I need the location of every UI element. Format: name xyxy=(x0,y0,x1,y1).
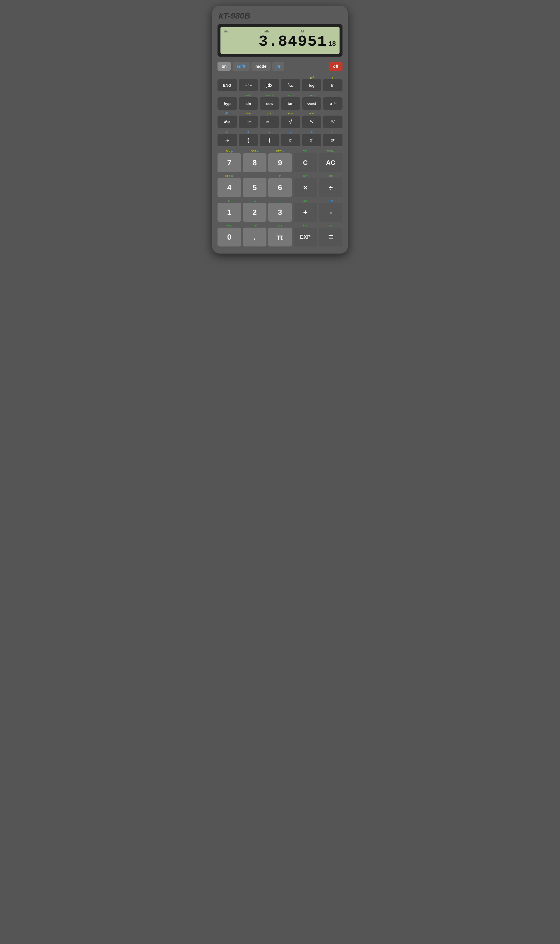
key-cell-openparen: B ( xyxy=(239,130,258,146)
num-cell-9: DEC μ 9 xyxy=(268,149,292,172)
key-cell-ddx: d/dx xyxy=(281,75,300,91)
label-ddx-top xyxy=(281,75,300,79)
log-button[interactable]: log xyxy=(302,79,322,91)
closeparen-button[interactable]: ) xyxy=(260,134,279,146)
label-closeparen-top: C xyxy=(260,130,279,134)
xsq-button[interactable]: x² xyxy=(281,134,300,146)
tom-button[interactable]: →m xyxy=(239,115,258,128)
mode-button[interactable]: mode xyxy=(251,62,271,71)
key-cell-closeparen: C ) xyxy=(260,130,279,146)
num-cell-6: k 6 xyxy=(268,174,292,197)
integral-button[interactable]: ∫dx xyxy=(260,79,279,91)
xy-button[interactable]: xʸ xyxy=(323,134,343,146)
on-button[interactable]: on xyxy=(217,62,231,71)
dms-button[interactable]: ○ ° » xyxy=(239,79,258,91)
xcb-button[interactable]: x³ xyxy=(302,134,322,146)
const-button[interactable]: const xyxy=(302,97,322,110)
key-equals[interactable]: = xyxy=(319,228,343,246)
numpad-row-4: deg 0 rad . gra π trnc EXP % = xyxy=(217,223,343,246)
key-times[interactable]: × xyxy=(294,178,317,197)
key-2[interactable]: 2 xyxy=(243,203,266,222)
key-dot[interactable]: . xyxy=(243,228,266,246)
num-cell-divide: nCr ÷ xyxy=(319,174,343,197)
num-cell-plus: Σm + xyxy=(294,199,317,222)
indicator-math: math xyxy=(262,29,269,33)
label-dms-top: ← xyxy=(239,75,258,79)
key-cell-abc: d/c aᵇ/c xyxy=(217,111,237,128)
function-rows: ← ENG ← ○ ° » ∫dx d/dx 10x log ex ln xyxy=(217,75,343,146)
num-cell-minus: Πm - xyxy=(319,199,343,222)
abc-button[interactable]: aᵇ/c xyxy=(217,115,237,128)
display-screen: deg math M 3.84951 18 xyxy=(220,27,340,54)
label-openparen-top: B xyxy=(239,130,258,134)
ln-button[interactable]: ln xyxy=(323,79,343,91)
key-5[interactable]: 5 xyxy=(243,178,266,197)
num-cell-0: deg 0 xyxy=(217,223,241,246)
key-3[interactable]: 3 xyxy=(268,203,292,222)
label-9-top: DEC μ xyxy=(268,149,292,153)
m-button[interactable]: m xyxy=(272,62,284,71)
key-minus[interactable]: - xyxy=(319,203,343,222)
off-button[interactable]: off xyxy=(329,62,343,71)
label-xcb-top: E xyxy=(302,130,322,134)
key-8[interactable]: 8 xyxy=(243,153,266,172)
key-0[interactable]: 0 xyxy=(217,228,241,246)
shift-button[interactable]: shift xyxy=(232,62,250,71)
key-1[interactable]: 1 xyxy=(217,203,241,222)
mto-button[interactable]: m→ xyxy=(260,115,279,128)
hyp-button[interactable]: hyp xyxy=(217,97,237,110)
key-AC[interactable]: AC xyxy=(319,153,343,172)
label-2-top: G xyxy=(243,199,266,203)
tan-button[interactable]: tan xyxy=(281,97,300,110)
label-abc-top: d/c xyxy=(217,111,237,115)
numpad-row-1: BIN p 7 OCT n 8 DEC μ 9 DEL C C xyxy=(217,149,343,172)
label-pi-top: gra xyxy=(268,223,292,228)
key-6[interactable]: 6 xyxy=(268,178,292,197)
num-cell-dot: rad . xyxy=(243,223,266,246)
cbrt-button[interactable]: ³√ xyxy=(302,115,322,128)
label-const-top: conv xyxy=(302,93,322,97)
label-divide-top: nCr xyxy=(319,174,343,178)
key-plus[interactable]: + xyxy=(294,203,317,222)
key-cell-cos: cos⁻¹ cos xyxy=(260,93,279,110)
num-cell-exp: trnc EXP xyxy=(294,223,317,246)
num-cell-7: BIN p 7 xyxy=(217,149,241,172)
label-xy-top: F xyxy=(323,130,343,134)
key-7[interactable]: 7 xyxy=(217,153,241,172)
key-cell-mto: OR m→ xyxy=(260,111,279,128)
sin-button[interactable]: sin xyxy=(239,97,258,110)
key-cell-ln: ex ln xyxy=(323,75,343,91)
eng-button[interactable]: ENG xyxy=(217,79,237,91)
num-cell-C: DEL C xyxy=(294,149,317,172)
label-8-top: OCT n xyxy=(243,149,266,153)
label-integral-top xyxy=(260,75,279,79)
label-6-top: k xyxy=(268,174,292,178)
key-C[interactable]: C xyxy=(294,153,317,172)
key-4[interactable]: 4 xyxy=(217,178,241,197)
key-cell-const: conv const xyxy=(302,93,322,110)
key-cell-sqrt: XOR √ xyxy=(281,111,300,128)
ddx-button[interactable]: d/dx xyxy=(281,79,300,91)
openparen-button[interactable]: ( xyxy=(239,134,258,146)
num-cell-times: nPr × xyxy=(294,174,317,197)
numpad-row-3: M 1 G 2 T 3 Σm + Πm - xyxy=(217,199,343,222)
calculator: kT-980B deg math M 3.84951 18 on shift m… xyxy=(212,6,348,254)
label-plus-top: Σm xyxy=(294,199,317,203)
key-pi[interactable]: π xyxy=(268,228,292,246)
key-row-2: hyp sin⁻¹ sin cos⁻¹ cos tan⁻¹ tan conv c… xyxy=(217,93,343,110)
num-cell-2: G 2 xyxy=(243,199,266,222)
cos-button[interactable]: cos xyxy=(260,97,279,110)
label-7-top: BIN p xyxy=(217,149,241,153)
label-ln-top: ex xyxy=(323,75,343,79)
sqrt-button[interactable]: √ xyxy=(281,115,300,128)
plusminus-button[interactable]: +/- xyxy=(217,134,237,146)
key-cell-xinv: x⁻¹ xyxy=(323,93,343,110)
key-divide[interactable]: ÷ xyxy=(319,178,343,197)
yrt-button[interactable]: ʸ√ xyxy=(323,115,343,128)
xinv-button[interactable]: x⁻¹ xyxy=(323,97,343,110)
key-9[interactable]: 9 xyxy=(268,153,292,172)
label-xsq-top: D xyxy=(281,130,300,134)
key-exp[interactable]: EXP xyxy=(294,228,317,246)
label-0-top: deg xyxy=(217,223,241,228)
num-cell-8: OCT n 8 xyxy=(243,149,266,172)
